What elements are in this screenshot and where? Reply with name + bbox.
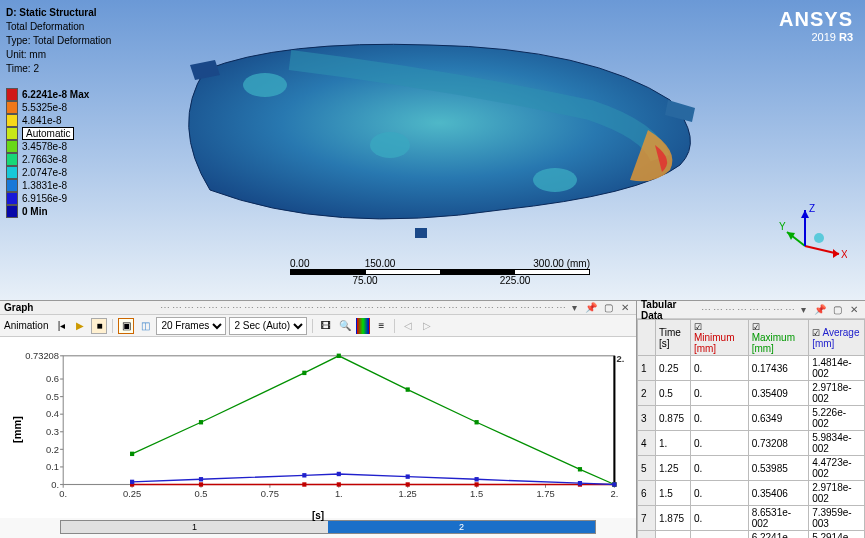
cell-min[interactable]: 0. [690, 381, 748, 406]
cell-avg[interactable]: 4.4723e-002 [809, 456, 865, 481]
cell-max[interactable]: 0.73208 [748, 431, 809, 456]
col-avg[interactable]: ☑ Average [mm] [809, 320, 865, 356]
autohide-icon[interactable]: 📌 [813, 304, 827, 315]
pin-icon[interactable]: ▾ [568, 302, 582, 313]
table-row[interactable]: 41.0.0.732085.9834e-002 [638, 431, 865, 456]
play-button[interactable]: ▶ [72, 318, 88, 334]
cell-max[interactable]: 0.53985 [748, 456, 809, 481]
legend-row[interactable]: 5.5325e-8 [6, 101, 89, 114]
step-1[interactable]: 1 [61, 521, 328, 533]
cell-min[interactable]: 0. [690, 531, 748, 539]
legend-row[interactable]: 4.841e-8 [6, 114, 89, 127]
cell-min[interactable]: 0. [690, 431, 748, 456]
cell-avg[interactable]: 2.9718e-002 [809, 381, 865, 406]
next-step-button[interactable]: ▷ [419, 318, 435, 334]
cell-time[interactable]: 0.25 [656, 356, 691, 381]
svg-text:0.5: 0.5 [194, 487, 207, 498]
cell-avg[interactable]: 1.4814e-002 [809, 356, 865, 381]
prev-step-button[interactable]: ◁ [400, 318, 416, 334]
col-max[interactable]: ☑ Maximum [mm] [748, 320, 809, 356]
svg-text:2.: 2. [616, 353, 624, 364]
cell-time[interactable]: 0.875 [656, 406, 691, 431]
svg-text:0.2: 0.2 [46, 443, 59, 454]
export-button[interactable]: 🎞 [318, 318, 334, 334]
zoom-button[interactable]: 🔍 [337, 318, 353, 334]
cell-time[interactable]: 2. [656, 531, 691, 539]
legend-row[interactable]: 3.4578e-8 [6, 140, 89, 153]
table-row[interactable]: 82.0.6.2241e-0085.2914e-009 [638, 531, 865, 539]
mode1-button[interactable]: ▣ [118, 318, 134, 334]
legend-row[interactable]: 6.9156e-9 [6, 192, 89, 205]
cell-min[interactable]: 0. [690, 506, 748, 531]
cell-avg[interactable]: 7.3959e-003 [809, 506, 865, 531]
cell-time[interactable]: 0.5 [656, 381, 691, 406]
legend-swatch [6, 166, 18, 179]
table-row[interactable]: 10.250.0.174361.4814e-002 [638, 356, 865, 381]
options1-icon[interactable]: ≡ [373, 318, 389, 334]
cell-max[interactable]: 0.17436 [748, 356, 809, 381]
duration-select[interactable]: 2 Sec (Auto) [229, 317, 307, 335]
close-icon[interactable]: ✕ [847, 304, 861, 315]
collapse-icon[interactable]: ▢ [601, 302, 615, 313]
pin-icon[interactable]: ▾ [797, 304, 811, 315]
cell-max[interactable]: 0.6349 [748, 406, 809, 431]
legend-row[interactable]: 0 Min [6, 205, 89, 218]
cell-avg[interactable]: 5.2914e-009 [809, 531, 865, 539]
scale-bar: 0.00 150.00 300.00 (mm) 75.00 225.00 [290, 258, 590, 286]
mode2-button[interactable]: ◫ [137, 318, 153, 334]
col-min[interactable]: ☑ Minimum [mm] [690, 320, 748, 356]
table-row[interactable]: 51.250.0.539854.4723e-002 [638, 456, 865, 481]
row-number: 5 [638, 456, 656, 481]
color-bars-icon[interactable] [356, 318, 370, 334]
orientation-triad[interactable]: X Y Z [777, 200, 847, 270]
cell-max[interactable]: 6.2241e-008 [748, 531, 809, 539]
close-icon[interactable]: ✕ [618, 302, 632, 313]
cell-min[interactable]: 0. [690, 481, 748, 506]
step-2[interactable]: 2 [328, 521, 595, 533]
cell-time[interactable]: 1.875 [656, 506, 691, 531]
cell-min[interactable]: 0. [690, 406, 748, 431]
legend-row[interactable]: 2.7663e-8 [6, 153, 89, 166]
data-table[interactable]: Time [s] ☑ Minimum [mm] ☑ Maximum [mm] ☑… [637, 319, 865, 538]
autohide-icon[interactable]: 📌 [584, 302, 598, 313]
legend-swatch [6, 140, 18, 153]
svg-rect-65 [578, 467, 582, 471]
viewport-3d[interactable]: D: Static Structural Total Deformation T… [0, 0, 865, 300]
svg-text:1.: 1. [335, 487, 343, 498]
cell-avg[interactable]: 5.226e-002 [809, 406, 865, 431]
cell-avg[interactable]: 2.9718e-002 [809, 481, 865, 506]
collapse-icon[interactable]: ▢ [830, 304, 844, 315]
legend-row[interactable]: Automatic [6, 127, 89, 140]
table-row[interactable]: 71.8750.8.6531e-0027.3959e-003 [638, 506, 865, 531]
legend-row[interactable]: 1.3831e-8 [6, 179, 89, 192]
svg-text:0.: 0. [51, 479, 59, 490]
col-time[interactable]: Time [s] [656, 320, 691, 356]
svg-text:Y: Y [779, 221, 786, 232]
cell-min[interactable]: 0. [690, 456, 748, 481]
svg-rect-74 [612, 482, 616, 486]
legend-row[interactable]: 6.2241e-8 Max [6, 88, 89, 101]
legend-label: 1.3831e-8 [22, 180, 67, 191]
legend-row[interactable]: 2.0747e-8 [6, 166, 89, 179]
cell-time[interactable]: 1.25 [656, 456, 691, 481]
table-row[interactable]: 30.8750.0.63495.226e-002 [638, 406, 865, 431]
first-frame-button[interactable]: |◂ [53, 318, 69, 334]
cell-max[interactable]: 0.35406 [748, 481, 809, 506]
svg-rect-3 [415, 228, 427, 238]
color-legend[interactable]: 6.2241e-8 Max5.5325e-84.841e-8Automatic3… [6, 88, 89, 218]
table-row[interactable]: 61.50.0.354062.9718e-002 [638, 481, 865, 506]
step-bar[interactable]: 1 2 [60, 520, 596, 534]
svg-text:0.5: 0.5 [46, 391, 59, 402]
cell-time[interactable]: 1. [656, 431, 691, 456]
deformed-model[interactable] [150, 30, 710, 240]
stop-button[interactable]: ■ [91, 318, 107, 334]
svg-text:0.1: 0.1 [46, 461, 59, 472]
cell-min[interactable]: 0. [690, 356, 748, 381]
cell-max[interactable]: 8.6531e-002 [748, 506, 809, 531]
cell-max[interactable]: 0.35409 [748, 381, 809, 406]
frames-select[interactable]: 20 Frames [156, 317, 226, 335]
cell-avg[interactable]: 5.9834e-002 [809, 431, 865, 456]
cell-time[interactable]: 1.5 [656, 481, 691, 506]
table-row[interactable]: 20.50.0.354092.9718e-002 [638, 381, 865, 406]
graph-chart[interactable]: 0.0.10.20.30.40.50.60.732080.0.250.50.75… [0, 337, 636, 518]
